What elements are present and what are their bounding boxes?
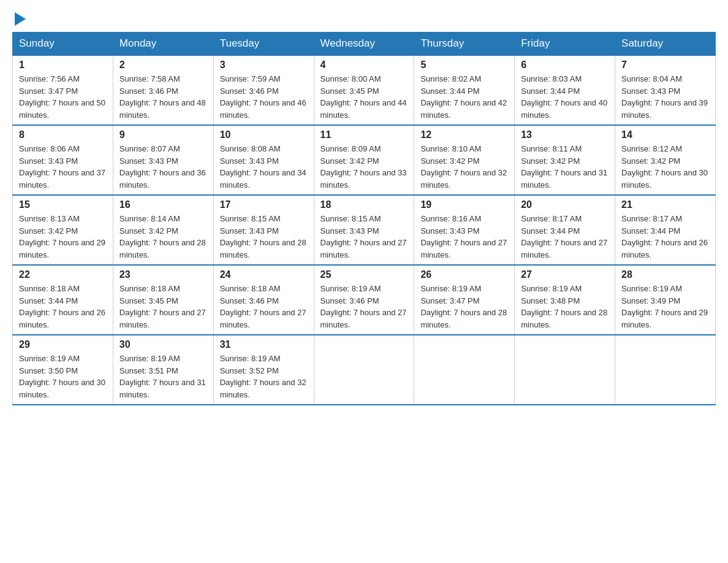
day-info: Sunrise: 8:12 AMSunset: 3:42 PMDaylight:… [621, 143, 709, 191]
calendar-cell: 29Sunrise: 8:19 AMSunset: 3:50 PMDayligh… [13, 335, 113, 405]
day-info: Sunrise: 8:19 AMSunset: 3:52 PMDaylight:… [220, 353, 308, 400]
day-info: Sunrise: 8:15 AMSunset: 3:43 PMDaylight:… [320, 213, 408, 261]
day-info: Sunrise: 8:18 AMSunset: 3:44 PMDaylight:… [19, 283, 107, 331]
day-info: Sunrise: 8:14 AMSunset: 3:42 PMDaylight:… [119, 213, 207, 261]
day-number: 9 [119, 129, 207, 140]
calendar-cell: 17Sunrise: 8:15 AMSunset: 3:43 PMDayligh… [213, 195, 314, 265]
calendar-cell [515, 335, 615, 405]
calendar-week-row: 15Sunrise: 8:13 AMSunset: 3:42 PMDayligh… [13, 195, 716, 265]
calendar-cell: 9Sunrise: 8:07 AMSunset: 3:43 PMDaylight… [113, 125, 213, 195]
day-info: Sunrise: 8:03 AMSunset: 3:44 PMDaylight:… [521, 73, 609, 121]
day-info: Sunrise: 7:59 AMSunset: 3:46 PMDaylight:… [220, 73, 308, 121]
calendar-cell: 24Sunrise: 8:18 AMSunset: 3:46 PMDayligh… [213, 265, 314, 335]
day-number: 2 [119, 59, 207, 71]
calendar-cell: 14Sunrise: 8:12 AMSunset: 3:42 PMDayligh… [615, 125, 716, 195]
day-number: 7 [621, 59, 709, 71]
calendar-cell: 28Sunrise: 8:19 AMSunset: 3:49 PMDayligh… [615, 265, 716, 335]
calendar-header-friday: Friday [515, 33, 615, 56]
day-number: 6 [521, 59, 609, 71]
day-number: 3 [220, 59, 308, 71]
calendar-header-sunday: Sunday [13, 33, 113, 56]
day-info: Sunrise: 8:19 AMSunset: 3:46 PMDaylight:… [320, 283, 408, 331]
calendar-cell: 20Sunrise: 8:17 AMSunset: 3:44 PMDayligh… [515, 195, 615, 265]
calendar-cell: 22Sunrise: 8:18 AMSunset: 3:44 PMDayligh… [13, 265, 113, 335]
calendar-header-saturday: Saturday [615, 33, 716, 56]
calendar-cell: 7Sunrise: 8:04 AMSunset: 3:43 PMDaylight… [615, 55, 716, 125]
day-info: Sunrise: 8:19 AMSunset: 3:49 PMDaylight:… [621, 283, 709, 331]
calendar-cell: 5Sunrise: 8:02 AMSunset: 3:44 PMDaylight… [414, 55, 515, 125]
calendar-cell [314, 335, 414, 405]
day-number: 14 [621, 129, 709, 140]
day-info: Sunrise: 7:56 AMSunset: 3:47 PMDaylight:… [19, 73, 107, 121]
day-info: Sunrise: 8:11 AMSunset: 3:42 PMDaylight:… [521, 143, 609, 191]
calendar-cell: 3Sunrise: 7:59 AMSunset: 3:46 PMDaylight… [213, 55, 314, 125]
calendar-header-monday: Monday [113, 33, 213, 56]
day-number: 31 [220, 339, 308, 350]
calendar-cell: 18Sunrise: 8:15 AMSunset: 3:43 PMDayligh… [314, 195, 414, 265]
day-info: Sunrise: 8:02 AMSunset: 3:44 PMDaylight:… [420, 73, 508, 121]
day-number: 4 [320, 59, 408, 71]
calendar-cell: 19Sunrise: 8:16 AMSunset: 3:43 PMDayligh… [414, 195, 515, 265]
day-number: 29 [19, 339, 107, 350]
day-info: Sunrise: 8:19 AMSunset: 3:47 PMDaylight:… [420, 283, 508, 331]
day-number: 17 [220, 199, 308, 210]
day-number: 12 [420, 129, 508, 140]
calendar-cell: 21Sunrise: 8:17 AMSunset: 3:44 PMDayligh… [615, 195, 716, 265]
calendar-cell: 10Sunrise: 8:08 AMSunset: 3:43 PMDayligh… [213, 125, 314, 195]
day-info: Sunrise: 8:00 AMSunset: 3:45 PMDaylight:… [320, 73, 408, 121]
calendar-cell: 8Sunrise: 8:06 AMSunset: 3:43 PMDaylight… [13, 125, 113, 195]
calendar-header-row: SundayMondayTuesdayWednesdayThursdayFrid… [13, 33, 716, 56]
calendar-week-row: 22Sunrise: 8:18 AMSunset: 3:44 PMDayligh… [13, 265, 716, 335]
calendar-table: SundayMondayTuesdayWednesdayThursdayFrid… [12, 32, 716, 405]
day-number: 13 [521, 129, 609, 140]
calendar-week-row: 1Sunrise: 7:56 AMSunset: 3:47 PMDaylight… [13, 55, 716, 125]
day-info: Sunrise: 8:19 AMSunset: 3:51 PMDaylight:… [119, 353, 207, 400]
calendar-cell: 6Sunrise: 8:03 AMSunset: 3:44 PMDaylight… [515, 55, 615, 125]
calendar-header-wednesday: Wednesday [314, 33, 414, 56]
calendar-cell: 13Sunrise: 8:11 AMSunset: 3:42 PMDayligh… [515, 125, 615, 195]
day-number: 8 [19, 129, 107, 140]
calendar-header-thursday: Thursday [414, 33, 515, 56]
calendar-header-tuesday: Tuesday [213, 33, 314, 56]
day-info: Sunrise: 8:19 AMSunset: 3:48 PMDaylight:… [521, 283, 609, 331]
day-info: Sunrise: 8:10 AMSunset: 3:42 PMDaylight:… [420, 143, 508, 191]
logo [12, 12, 26, 26]
day-number: 27 [521, 269, 609, 280]
day-info: Sunrise: 8:17 AMSunset: 3:44 PMDaylight:… [621, 213, 709, 261]
page-header [12, 12, 716, 26]
day-number: 19 [420, 199, 508, 210]
calendar-cell: 4Sunrise: 8:00 AMSunset: 3:45 PMDaylight… [314, 55, 414, 125]
day-info: Sunrise: 8:18 AMSunset: 3:45 PMDaylight:… [119, 283, 207, 331]
day-number: 11 [320, 129, 408, 140]
calendar-cell: 15Sunrise: 8:13 AMSunset: 3:42 PMDayligh… [13, 195, 113, 265]
day-info: Sunrise: 8:18 AMSunset: 3:46 PMDaylight:… [220, 283, 308, 331]
calendar-cell: 2Sunrise: 7:58 AMSunset: 3:46 PMDaylight… [113, 55, 213, 125]
day-info: Sunrise: 8:08 AMSunset: 3:43 PMDaylight:… [220, 143, 308, 191]
calendar-week-row: 29Sunrise: 8:19 AMSunset: 3:50 PMDayligh… [13, 335, 716, 405]
day-number: 20 [521, 199, 609, 210]
day-info: Sunrise: 8:06 AMSunset: 3:43 PMDaylight:… [19, 143, 107, 191]
calendar-cell [615, 335, 716, 405]
day-number: 24 [220, 269, 308, 280]
day-number: 16 [119, 199, 207, 210]
day-info: Sunrise: 8:19 AMSunset: 3:50 PMDaylight:… [19, 353, 107, 400]
day-number: 21 [621, 199, 709, 210]
calendar-week-row: 8Sunrise: 8:06 AMSunset: 3:43 PMDaylight… [13, 125, 716, 195]
calendar-cell: 11Sunrise: 8:09 AMSunset: 3:42 PMDayligh… [314, 125, 414, 195]
day-number: 5 [420, 59, 508, 71]
day-number: 25 [320, 269, 408, 280]
day-info: Sunrise: 8:04 AMSunset: 3:43 PMDaylight:… [621, 73, 709, 121]
day-info: Sunrise: 8:09 AMSunset: 3:42 PMDaylight:… [320, 143, 408, 191]
calendar-cell: 23Sunrise: 8:18 AMSunset: 3:45 PMDayligh… [113, 265, 213, 335]
calendar-cell: 16Sunrise: 8:14 AMSunset: 3:42 PMDayligh… [113, 195, 213, 265]
calendar-cell: 12Sunrise: 8:10 AMSunset: 3:42 PMDayligh… [414, 125, 515, 195]
day-number: 1 [19, 59, 107, 71]
day-number: 30 [119, 339, 207, 350]
day-info: Sunrise: 8:17 AMSunset: 3:44 PMDaylight:… [521, 213, 609, 261]
calendar-cell: 31Sunrise: 8:19 AMSunset: 3:52 PMDayligh… [213, 335, 314, 405]
day-info: Sunrise: 8:07 AMSunset: 3:43 PMDaylight:… [119, 143, 207, 191]
day-info: Sunrise: 8:13 AMSunset: 3:42 PMDaylight:… [19, 213, 107, 261]
day-info: Sunrise: 7:58 AMSunset: 3:46 PMDaylight:… [119, 73, 207, 121]
day-info: Sunrise: 8:16 AMSunset: 3:43 PMDaylight:… [420, 213, 508, 261]
day-number: 28 [621, 269, 709, 280]
